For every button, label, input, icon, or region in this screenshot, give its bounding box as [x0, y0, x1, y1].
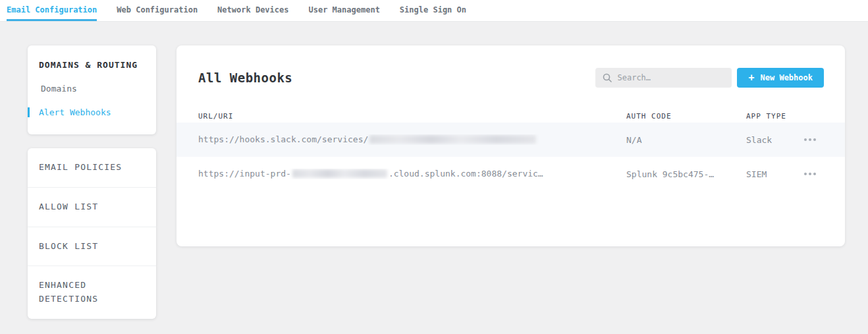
tab-web-configuration[interactable]: Web Configuration: [117, 0, 198, 21]
tab-user-management[interactable]: User Management: [308, 0, 379, 21]
row-actions-ellipsis-icon[interactable]: [803, 134, 817, 145]
webhook-auth-code: Splunk 9c5bc475-…: [626, 169, 746, 179]
new-webhook-button[interactable]: + New Webhook: [737, 68, 824, 88]
webhook-app-type: SIEM: [746, 169, 797, 179]
column-header-auth-code: AUTH CODE: [626, 112, 746, 121]
tab-email-configuration[interactable]: Email Configuration: [7, 0, 97, 21]
column-header-url-uri: URL/URI: [198, 112, 626, 121]
sidebar-item-block-list[interactable]: BLOCK LIST: [28, 227, 156, 267]
header-actions: + New Webhook: [595, 68, 824, 88]
sidebar-item-domains[interactable]: Domains: [28, 84, 156, 94]
tab-network-devices[interactable]: Network Devices: [217, 0, 288, 21]
webhook-url: https://hooks.slack.com/services/: [198, 134, 626, 145]
sidebar-item-email-policies[interactable]: EMAIL POLICIES: [28, 148, 156, 188]
sidebar-item-alert-webhooks[interactable]: Alert Webhooks: [28, 107, 156, 117]
sidebar-item-allow-list[interactable]: ALLOW LIST: [28, 188, 156, 227]
redacted-url-segment: [369, 135, 536, 144]
search-box: [595, 68, 732, 88]
webhook-auth-code: N/A: [626, 135, 746, 145]
tab-single-sign-on[interactable]: Single Sign On: [400, 0, 466, 21]
table-row: https://hooks.slack.com/services/ N/A Sl…: [176, 123, 845, 157]
table-row: https://input-prd-.cloud.splunk.com:8088…: [176, 157, 845, 191]
sidebar-item-enhanced-detections[interactable]: ENHANCED DETECTIONS: [28, 266, 156, 319]
sidebar-sections-card: EMAIL POLICIES ALLOW LIST BLOCK LIST ENH…: [28, 148, 156, 319]
plus-icon: +: [748, 73, 754, 83]
page-title: All Webhooks: [198, 70, 292, 85]
domains-routing-heading: DOMAINS & ROUTING: [28, 60, 156, 70]
top-tab-bar: Email Configuration Web Configuration Ne…: [0, 0, 868, 22]
panel-header: All Webhooks + New Webhook: [198, 68, 824, 88]
webhook-url: https://input-prd-.cloud.splunk.com:8088…: [198, 169, 626, 179]
new-webhook-button-label: New Webhook: [761, 73, 813, 82]
search-input[interactable]: [617, 73, 724, 82]
column-header-app-type: APP TYPE: [746, 112, 797, 121]
search-icon: [603, 73, 612, 82]
webhooks-panel: All Webhooks + New Webhook URL/URI AUTH …: [176, 45, 845, 246]
row-actions-ellipsis-icon[interactable]: [803, 169, 817, 179]
redacted-url-segment: [292, 169, 387, 178]
webhooks-table: URL/URI AUTH CODE APP TYPE https://hooks…: [176, 109, 845, 191]
webhook-app-type: Slack: [746, 135, 797, 145]
table-header-row: URL/URI AUTH CODE APP TYPE: [176, 109, 845, 123]
sidebar-domains-routing-card: DOMAINS & ROUTING Domains Alert Webhooks: [28, 45, 156, 134]
